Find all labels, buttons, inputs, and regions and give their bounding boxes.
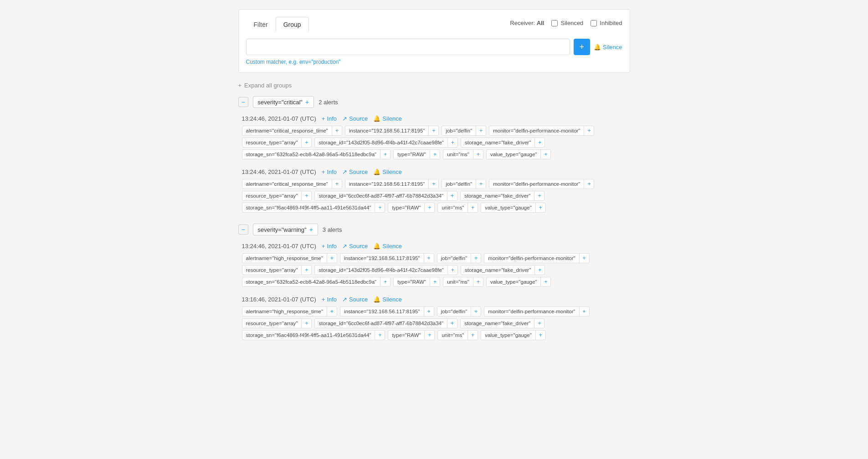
- tag: instance="192.168.56.117:8195"+: [340, 306, 434, 316]
- plus-icon: +: [238, 82, 242, 89]
- tag-plus[interactable]: +: [430, 150, 440, 159]
- silence-alert-icon: 🔔: [373, 115, 380, 122]
- alert-time: 13:24:46, 2021-01-07 (UTC): [242, 168, 316, 175]
- tag-plus[interactable]: +: [579, 254, 589, 263]
- source-button[interactable]: ↗ Source: [342, 243, 368, 250]
- tag: value_type="gauge"+: [481, 203, 546, 213]
- tag-plus[interactable]: +: [327, 307, 337, 316]
- tag-plus[interactable]: +: [584, 179, 594, 189]
- tag: monitor="delfin-performance-monitor"+: [484, 253, 589, 263]
- tag-plus[interactable]: +: [332, 179, 342, 189]
- tag-plus[interactable]: +: [327, 254, 337, 263]
- tag-plus[interactable]: +: [424, 203, 434, 212]
- tag-plus[interactable]: +: [584, 126, 594, 135]
- silence-alert-icon: 🔔: [373, 296, 380, 303]
- collapse-warning-button[interactable]: −: [238, 224, 248, 235]
- tag: type="RAW"+: [388, 330, 435, 340]
- tag-plus[interactable]: +: [447, 319, 457, 328]
- tag: storage_name="fake_driver"+: [460, 318, 544, 328]
- alert-time: 13:24:46, 2021-01-07 (UTC): [242, 243, 316, 250]
- tag: alertname="high_response_time"+: [242, 253, 338, 263]
- source-button[interactable]: ↗ Source: [342, 115, 368, 122]
- silence-button[interactable]: 🔔 Silence: [373, 296, 402, 303]
- info-button[interactable]: + Info: [322, 168, 337, 175]
- tag-plus[interactable]: +: [424, 254, 434, 263]
- tag-plus[interactable]: +: [447, 138, 457, 147]
- tag: storage_id="143d2f05-8d96-4f4b-a41f-42c7…: [314, 265, 458, 275]
- warning-tag-plus[interactable]: +: [309, 226, 313, 233]
- tag: unit="ms"+: [443, 277, 483, 287]
- silenced-checkbox-label[interactable]: Silenced: [551, 20, 583, 26]
- tag-plus[interactable]: +: [467, 331, 478, 340]
- silence-button[interactable]: 🔔 Silence: [373, 243, 402, 250]
- info-button[interactable]: + Info: [322, 115, 337, 122]
- silence-button[interactable]: 🔔 Silence: [373, 115, 402, 122]
- tag-plus[interactable]: +: [380, 277, 390, 286]
- tag-plus[interactable]: +: [471, 307, 481, 316]
- tab-group[interactable]: Group: [276, 17, 309, 32]
- tab-filter[interactable]: Filter: [246, 17, 276, 32]
- add-filter-button[interactable]: +: [574, 39, 590, 55]
- tag-plus[interactable]: +: [447, 191, 457, 200]
- tag-plus[interactable]: +: [301, 265, 311, 275]
- tag-plus[interactable]: +: [534, 191, 544, 200]
- silence-button[interactable]: 🔔 Silence: [373, 168, 402, 175]
- expand-all-button[interactable]: + Expand all groups: [238, 82, 630, 89]
- tag-plus[interactable]: +: [301, 191, 311, 200]
- tag: storage_id="6cc0ec6f-ad87-4f97-aff7-6b78…: [314, 191, 457, 201]
- tag: resource_type="array"+: [242, 318, 312, 328]
- tag-plus[interactable]: +: [535, 331, 545, 340]
- alert-time: 13:16:46, 2021-01-07 (UTC): [242, 296, 316, 303]
- inhibited-checkbox[interactable]: [591, 20, 597, 26]
- tag-plus[interactable]: +: [430, 277, 440, 286]
- silenced-checkbox[interactable]: [551, 20, 558, 26]
- alert-item: 13:24:46, 2021-01-07 (UTC) + Info ↗ Sour…: [238, 243, 630, 287]
- silence-alert-icon: 🔔: [373, 243, 380, 250]
- tag-plus[interactable]: +: [424, 331, 434, 340]
- silenced-label: Silenced: [560, 20, 583, 26]
- tag: instance="192.168.56.117:8195"+: [345, 126, 439, 136]
- tag-plus[interactable]: +: [375, 203, 385, 212]
- tag: value_type="gauge"+: [481, 330, 546, 340]
- tag-plus[interactable]: +: [534, 319, 544, 328]
- info-icon: +: [322, 243, 325, 250]
- collapse-critical-button[interactable]: −: [238, 97, 248, 107]
- tag-plus[interactable]: +: [447, 265, 457, 275]
- tag-plus[interactable]: +: [579, 307, 589, 316]
- tag-plus[interactable]: +: [540, 277, 550, 286]
- info-button[interactable]: + Info: [322, 243, 337, 250]
- filter-input[interactable]: [246, 39, 570, 55]
- tags-row: storage_sn="632fca52-ecb8-42a8-96a5-4b51…: [242, 149, 630, 159]
- tag: monitor="delfin-performance-monitor"+: [484, 306, 589, 316]
- tag-plus[interactable]: +: [428, 126, 438, 135]
- tag-plus[interactable]: +: [534, 138, 544, 147]
- tag-plus[interactable]: +: [473, 277, 483, 286]
- tag-plus[interactable]: +: [301, 138, 311, 147]
- silence-icon: 🔔: [594, 44, 601, 51]
- critical-severity-tag: severity="critical" +: [253, 96, 314, 108]
- tags-row: alertname="critical_response_time"+ inst…: [242, 179, 630, 189]
- tag-plus[interactable]: +: [332, 126, 342, 135]
- tag-plus[interactable]: +: [471, 254, 481, 263]
- tag-plus[interactable]: +: [476, 126, 486, 135]
- tag-plus[interactable]: +: [473, 150, 483, 159]
- source-button[interactable]: ↗ Source: [342, 296, 368, 303]
- tag: value_type="gauge"+: [486, 277, 551, 287]
- info-button[interactable]: + Info: [322, 296, 337, 303]
- tag-plus[interactable]: +: [534, 265, 544, 275]
- tag-plus[interactable]: +: [467, 203, 478, 212]
- tag-plus[interactable]: +: [380, 150, 390, 159]
- inhibited-checkbox-label[interactable]: Inhibited: [591, 20, 622, 26]
- tag: resource_type="array"+: [242, 265, 312, 275]
- tag-plus[interactable]: +: [540, 150, 550, 159]
- silence-top-button[interactable]: 🔔 Silence: [594, 44, 622, 51]
- tag-plus[interactable]: +: [476, 179, 486, 189]
- tag-plus[interactable]: +: [301, 319, 311, 328]
- critical-tag-plus[interactable]: +: [305, 98, 309, 106]
- tag-plus[interactable]: +: [375, 331, 385, 340]
- info-icon: +: [322, 168, 325, 175]
- tag-plus[interactable]: +: [428, 179, 438, 189]
- tag-plus[interactable]: +: [424, 307, 434, 316]
- source-button[interactable]: ↗ Source: [342, 168, 368, 175]
- tag-plus[interactable]: +: [535, 203, 545, 212]
